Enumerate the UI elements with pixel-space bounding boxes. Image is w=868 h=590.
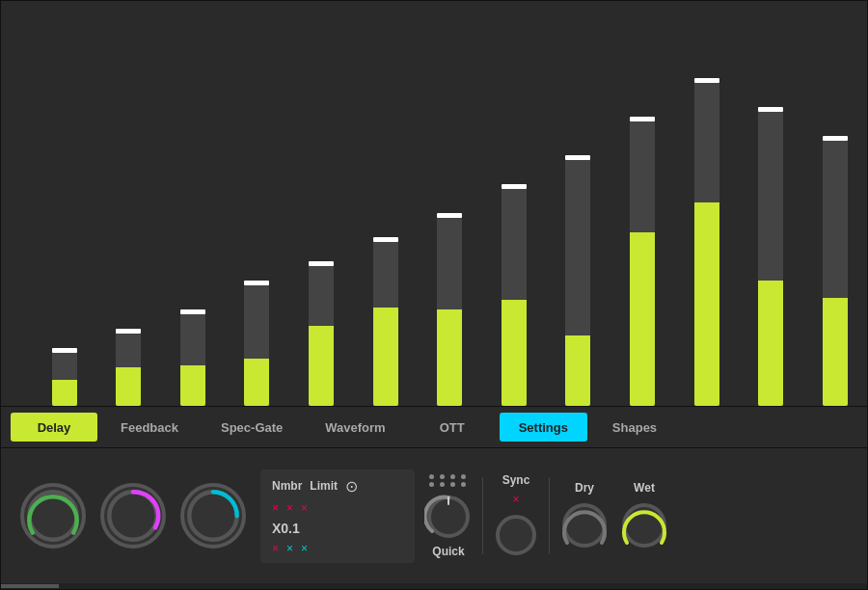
bar-handle-8[interactable] <box>565 155 590 160</box>
tab-feedback[interactable]: Feedback <box>101 413 198 442</box>
tab-delay[interactable]: Delay <box>11 413 97 442</box>
nmbr-limit-row: Nmbr Limit ⊙ <box>272 477 403 496</box>
bar-fill-5 <box>373 308 398 406</box>
tab-waveform[interactable]: Waveform <box>306 413 404 442</box>
bar-fill-0 <box>52 380 77 406</box>
bar-handle-7[interactable] <box>502 184 527 189</box>
bar-wrapper-3[interactable] <box>213 11 270 406</box>
dot <box>450 482 455 487</box>
multiplier-label: X0.1 <box>272 521 300 536</box>
knob-2[interactable] <box>100 483 166 549</box>
dot <box>461 482 466 487</box>
link-icon[interactable]: ⊙ <box>345 477 358 496</box>
dry-group: Dry <box>559 481 610 550</box>
bar-wrapper-5[interactable] <box>341 11 398 406</box>
bar-fill-1 <box>116 367 141 406</box>
bar-track-5 <box>373 237 398 406</box>
tab-shapes[interactable]: Shapes <box>591 413 678 442</box>
bar-handle-5[interactable] <box>373 237 398 242</box>
bar-track-0 <box>52 348 77 406</box>
bar-handle-11[interactable] <box>758 107 783 112</box>
bar-handle-6[interactable] <box>437 213 462 218</box>
x-mark-6[interactable]: × <box>301 542 308 555</box>
bar-wrapper-7[interactable] <box>470 11 527 406</box>
dot <box>440 482 445 487</box>
bar-track-2 <box>180 309 205 406</box>
knob-wrap-2 <box>100 483 166 549</box>
bar-fill-2 <box>180 365 205 406</box>
bar-wrapper-0[interactable] <box>20 11 77 406</box>
bar-wrapper-2[interactable] <box>149 11 205 406</box>
divider-2 <box>549 477 550 554</box>
dot <box>429 474 434 479</box>
knob-3[interactable] <box>180 483 246 549</box>
knob-wrap-1 <box>20 483 86 549</box>
bar-fill-12 <box>823 298 848 406</box>
bar-handle-4[interactable] <box>309 261 334 266</box>
bar-track-10 <box>694 78 719 406</box>
sync-label: Sync <box>502 473 530 487</box>
knob-wrap-3 <box>180 483 246 549</box>
bar-handle-9[interactable] <box>630 117 655 121</box>
visualizer-area <box>1 1 867 406</box>
tab-bar: DelayFeedbackSpec-GateWaveformOTTSetting… <box>1 406 867 448</box>
bar-handle-0[interactable] <box>52 348 77 353</box>
x-mark-2[interactable]: × <box>286 501 293 515</box>
bar-wrapper-6[interactable] <box>406 11 463 406</box>
bar-handle-12[interactable] <box>823 136 848 141</box>
limit-label: Limit <box>310 479 338 493</box>
progress-fill[interactable] <box>1 584 59 588</box>
x-mark-5[interactable]: × <box>286 542 293 555</box>
bar-fill-11 <box>758 281 783 406</box>
bar-track-6 <box>437 213 462 406</box>
bar-wrapper-8[interactable] <box>534 11 591 406</box>
wet-knob[interactable] <box>619 500 669 550</box>
x-row-1: × × × <box>272 501 403 515</box>
bar-track-7 <box>502 184 527 406</box>
wet-group: Wet <box>619 481 669 550</box>
svg-point-5 <box>498 517 534 553</box>
bar-handle-10[interactable] <box>694 78 719 83</box>
dot <box>440 474 445 479</box>
quick-area: Quick <box>424 474 473 558</box>
sync-x-mark[interactable]: × <box>512 493 519 506</box>
bar-wrapper-12[interactable] <box>791 11 848 406</box>
bar-handle-1[interactable] <box>116 329 141 334</box>
tab-ott[interactable]: OTT <box>409 413 496 442</box>
bar-wrapper-9[interactable] <box>598 11 655 406</box>
bar-track-9 <box>630 117 655 406</box>
bar-wrapper-11[interactable] <box>727 11 784 406</box>
x-mark-1[interactable]: × <box>272 501 279 515</box>
x-row-2: × × × <box>272 542 403 555</box>
tab-spec-gate[interactable]: Spec-Gate <box>202 413 302 442</box>
bar-handle-2[interactable] <box>180 309 205 314</box>
bar-wrapper-4[interactable] <box>277 11 334 406</box>
tab-settings[interactable]: Settings <box>500 413 587 442</box>
bar-track-8 <box>565 155 590 406</box>
progress-bar-area <box>1 583 867 589</box>
bar-fill-7 <box>502 300 527 406</box>
nmbr-label: Nmbr <box>272 479 302 493</box>
bar-wrapper-10[interactable] <box>663 11 719 406</box>
quick-knob[interactable] <box>424 493 473 541</box>
sync-knob[interactable] <box>493 512 539 558</box>
plugin-container: DelayFeedbackSpec-GateWaveformOTTSetting… <box>0 0 868 590</box>
svg-point-0 <box>29 492 76 539</box>
sync-group: Sync × <box>493 473 539 558</box>
bar-wrapper-1[interactable] <box>85 11 142 406</box>
bar-track-3 <box>244 281 269 406</box>
dots-grid <box>429 474 469 487</box>
bar-fill-10 <box>694 202 719 406</box>
dot <box>450 474 455 479</box>
dot <box>461 474 466 479</box>
bar-track-4 <box>309 261 334 406</box>
x-mark-3[interactable]: × <box>301 501 308 515</box>
dry-knob[interactable] <box>559 500 610 550</box>
bottom-controls: Nmbr Limit ⊙ × × × X0.1 × × × <box>1 448 867 583</box>
bar-handle-3[interactable] <box>244 281 269 285</box>
x-mark-4[interactable]: × <box>272 542 279 555</box>
knob-1[interactable] <box>20 483 86 549</box>
bar-fill-6 <box>437 309 462 406</box>
bar-fill-8 <box>565 335 590 406</box>
center-panel: Nmbr Limit ⊙ × × × X0.1 × × × <box>260 469 415 563</box>
